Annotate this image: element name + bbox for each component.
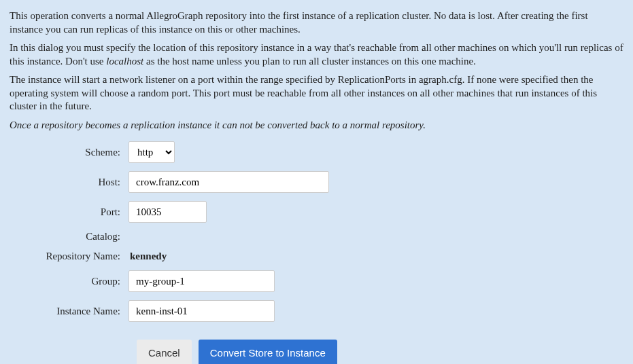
- localhost-emphasis: localhost: [106, 56, 143, 67]
- catalog-label: Catalog:: [10, 231, 129, 242]
- intro-paragraph-2: In this dialog you must specify the loca…: [10, 41, 623, 68]
- intro-paragraph-warning: Once a repository becomes a replication …: [10, 119, 623, 132]
- row-port: Port:: [10, 201, 623, 223]
- intro-paragraph-1: This operation converts a normal Allegro…: [10, 10, 623, 36]
- intro-paragraph-3: The instance will start a network listen…: [10, 73, 623, 113]
- repository-label: Repository Name:: [10, 251, 129, 262]
- row-host: Host:: [10, 171, 623, 193]
- convert-button[interactable]: Convert Store to Instance: [199, 340, 337, 364]
- row-catalog: Catalog:: [10, 231, 623, 242]
- scheme-label: Scheme:: [10, 147, 129, 158]
- intro-p2-part-b: as the host name unless you plan to run …: [143, 56, 476, 67]
- host-input[interactable]: [129, 171, 329, 193]
- convert-form: Scheme: http https Host: Port: Catalog: …: [10, 141, 623, 364]
- host-label: Host:: [10, 177, 129, 188]
- scheme-select[interactable]: http https: [129, 141, 175, 163]
- button-row: Cancel Convert Store to Instance: [137, 340, 623, 364]
- group-label: Group:: [10, 276, 129, 287]
- row-instance-name: Instance Name:: [10, 300, 623, 322]
- port-label: Port:: [10, 206, 129, 218]
- cancel-button[interactable]: Cancel: [137, 340, 192, 364]
- row-scheme: Scheme: http https: [10, 141, 623, 163]
- port-input[interactable]: [129, 201, 207, 223]
- row-group: Group:: [10, 270, 623, 292]
- row-repository: Repository Name: kennedy: [10, 251, 623, 262]
- instance-name-input[interactable]: [129, 300, 275, 322]
- repository-value: kennedy: [129, 251, 167, 262]
- group-input[interactable]: [129, 270, 275, 292]
- instance-name-label: Instance Name:: [10, 306, 129, 317]
